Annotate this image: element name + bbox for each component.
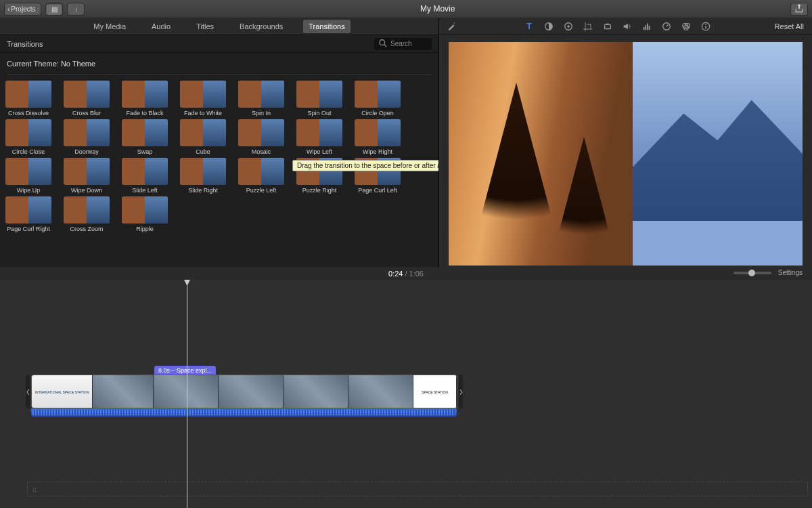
tab-backgrounds[interactable]: Backgrounds: [234, 20, 288, 33]
window-title: My Movie: [85, 4, 790, 14]
share-button[interactable]: [790, 3, 808, 16]
transition-cube[interactable]: Cube: [179, 119, 227, 155]
import-button[interactable]: ↓: [67, 3, 85, 16]
music-track[interactable]: ♫: [27, 482, 808, 496]
transition-thumb: [122, 196, 168, 224]
transition-thumb: [64, 119, 110, 146]
video-clip[interactable]: [348, 375, 413, 408]
playhead[interactable]: [187, 280, 187, 508]
transition-label: Puzzle Left: [237, 187, 286, 194]
transition-cross-blur[interactable]: Cross Blur: [62, 81, 111, 117]
magic-wand-icon[interactable]: [447, 24, 457, 32]
transition-cross-zoom[interactable]: Cross Zoom: [62, 196, 111, 232]
end-title-clip[interactable]: SPACE STATION: [413, 375, 457, 408]
svg-rect-6: [605, 24, 611, 28]
search-input[interactable]: Search: [374, 38, 432, 50]
drag-tooltip: Drag the transition to the space before …: [292, 160, 438, 171]
stabilize-icon[interactable]: [602, 21, 613, 32]
transition-thumb: [64, 81, 110, 108]
clip-info-label: 8.0s – Space expl...: [154, 366, 216, 375]
video-clip[interactable]: [154, 375, 219, 408]
transition-label: Ripple: [120, 226, 169, 232]
volume-icon[interactable]: [622, 21, 633, 32]
zoom-slider[interactable]: [734, 272, 771, 274]
transition-label: Slide Right: [179, 187, 227, 194]
transition-wipe-left[interactable]: Wipe Left: [295, 119, 344, 155]
projects-label: Projects: [11, 5, 35, 13]
color-balance-icon[interactable]: [543, 21, 554, 32]
clip-trim-handle-right[interactable]: ❯: [459, 375, 463, 408]
transition-circle-close[interactable]: Circle Close: [4, 119, 53, 155]
transition-thumb: [355, 119, 401, 146]
info-icon[interactable]: [700, 21, 711, 32]
transition-cross-dissolve[interactable]: Cross Dissolve: [4, 81, 53, 117]
audio-waveform[interactable]: [31, 408, 457, 417]
search-placeholder: Search: [390, 40, 412, 47]
timeline-clips[interactable]: INTERNATIONAL SPACE STATION SPACE STATIO…: [31, 375, 457, 408]
svg-rect-8: [644, 27, 645, 30]
clip-trim-handle-left[interactable]: ❮: [26, 375, 30, 408]
transition-label: Circle Open: [353, 110, 402, 117]
transition-label: Wipe Left: [295, 148, 344, 155]
transition-mosaic[interactable]: Mosaic: [237, 119, 286, 155]
projects-button[interactable]: ‹ Projects: [4, 3, 41, 16]
filter-icon[interactable]: [681, 21, 692, 32]
transition-thumb: [296, 119, 342, 146]
transition-fade-to-black[interactable]: Fade to Black: [120, 81, 169, 117]
transition-fade-to-white[interactable]: Fade to White: [179, 81, 227, 117]
timeline[interactable]: 8.0s – Space expl... ❮ INTERNATIONAL SPA…: [0, 280, 812, 508]
crop-icon[interactable]: [583, 21, 593, 32]
title-clip[interactable]: INTERNATIONAL SPACE STATION: [32, 375, 93, 408]
transition-doorway[interactable]: Doorway: [62, 119, 111, 155]
transition-label: Spin Out: [295, 110, 344, 117]
tab-my-media[interactable]: My Media: [88, 20, 131, 33]
transition-thumb: [64, 158, 110, 185]
transition-circle-open[interactable]: Circle Open: [353, 81, 402, 117]
transition-thumb: [296, 81, 342, 108]
transition-spin-out[interactable]: Spin Out: [295, 81, 344, 117]
preview-viewer[interactable]: [449, 42, 803, 266]
video-clip[interactable]: [93, 375, 154, 408]
text-icon[interactable]: T: [524, 21, 535, 32]
svg-point-5: [568, 25, 570, 28]
transition-wipe-right[interactable]: Wipe Right: [353, 119, 402, 155]
tab-transitions[interactable]: Transitions: [303, 20, 350, 33]
transition-wipe-up[interactable]: Wipe Up: [4, 158, 53, 194]
transition-wipe-down[interactable]: Wipe Down: [62, 158, 111, 194]
transition-label: Page Curl Right: [4, 226, 53, 232]
transition-swap[interactable]: Swap: [120, 119, 169, 155]
color-wheel-icon[interactable]: [563, 21, 574, 32]
transition-label: Circle Close: [4, 148, 53, 155]
svg-point-0: [380, 39, 385, 45]
transition-ripple[interactable]: Ripple: [120, 196, 169, 232]
transition-page-curl-right[interactable]: Page Curl Right: [4, 196, 53, 232]
transition-thumb: [5, 119, 51, 146]
equalizer-icon[interactable]: [641, 21, 652, 32]
share-icon: [794, 3, 804, 14]
transition-label: Fade to White: [179, 110, 227, 117]
reset-all-button[interactable]: Reset All: [775, 22, 804, 30]
chevron-left-icon: ‹: [7, 5, 9, 13]
search-icon: [378, 39, 388, 49]
tab-audio[interactable]: Audio: [146, 20, 176, 33]
video-clip[interactable]: [219, 375, 284, 408]
speed-icon[interactable]: [661, 21, 672, 32]
video-clip[interactable]: [284, 375, 348, 408]
svg-text:T: T: [527, 22, 533, 31]
transition-thumb: [180, 81, 226, 108]
library-toggle-button[interactable]: ▤: [45, 3, 63, 16]
tab-titles[interactable]: Titles: [191, 20, 219, 33]
time-total: 1:06: [409, 270, 424, 278]
transition-slide-right[interactable]: Slide Right: [179, 158, 227, 194]
transition-label: Puzzle Right: [295, 187, 344, 194]
transition-puzzle-left[interactable]: Puzzle Left: [237, 158, 286, 194]
transition-thumb: [64, 196, 110, 224]
transition-thumb: [122, 158, 168, 185]
workspace-middle: My Media Audio Titles Backgrounds Transi…: [0, 18, 812, 267]
settings-button[interactable]: Settings: [778, 269, 803, 276]
library-icon: ▤: [51, 5, 58, 13]
transition-spin-in[interactable]: Spin In: [237, 81, 286, 117]
transition-slide-left[interactable]: Slide Left: [120, 158, 169, 194]
titlebar: ‹ Projects ▤ ↓ My Movie: [0, 0, 812, 18]
transition-label: Cube: [179, 148, 227, 155]
